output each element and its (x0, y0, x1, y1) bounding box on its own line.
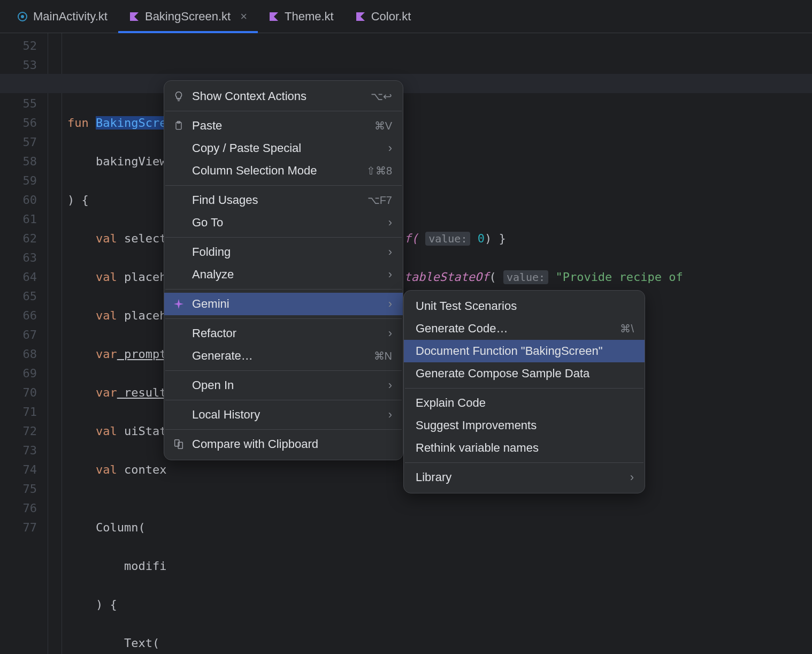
close-icon[interactable]: × (240, 11, 247, 22)
menu-item-paste[interactable]: Paste ⌘V (164, 115, 403, 137)
chevron-right-icon: › (388, 245, 392, 259)
kotlin-file-icon (269, 11, 279, 22)
menu-item-label: Generate… (192, 349, 253, 363)
chevron-right-icon: › (388, 408, 392, 422)
menu-item-label: Generate Compose Sample Data (416, 367, 589, 381)
gemini-submenu: Unit Test Scenarios Generate Code… ⌘\ Do… (403, 290, 645, 493)
code-line: ) { (67, 595, 683, 614)
code-line: Text( (67, 634, 683, 653)
menu-item-label: Gemini (192, 297, 229, 311)
menu-item-label: Generate Code… (416, 322, 508, 336)
menu-item-explain-code[interactable]: Explain Code (404, 392, 645, 414)
menu-item-shortcut: ⇧⌘8 (366, 164, 392, 177)
menu-item-label: Show Context Actions (192, 89, 307, 103)
chevron-right-icon: › (388, 378, 392, 392)
menu-item-label: Folding (192, 245, 231, 259)
code-line: modifi (67, 557, 683, 576)
menu-item-refactor[interactable]: Refactor › (164, 322, 403, 345)
context-menu: Show Context Actions ⌥↩ Paste ⌘V Copy / … (164, 80, 403, 460)
chevron-right-icon: › (388, 141, 392, 155)
current-line-highlight (0, 74, 812, 93)
tab-main-activity[interactable]: MainActivity.kt (6, 0, 118, 33)
menu-item-rethink-names[interactable]: Rethink variable names (404, 437, 645, 459)
menu-separator (165, 429, 402, 430)
menu-item-label: Copy / Paste Special (192, 141, 301, 155)
menu-item-label: Local History (192, 408, 260, 422)
menu-item-local-history[interactable]: Local History › (164, 404, 403, 426)
menu-item-document-function[interactable]: Document Function "BakingScreen" (404, 340, 645, 362)
tab-label: BakingScreen.kt (145, 10, 231, 24)
menu-item-gemini[interactable]: Gemini › (164, 293, 403, 315)
menu-item-label: Rethink variable names (416, 441, 539, 455)
menu-item-generate[interactable]: Generate… ⌘N (164, 345, 403, 367)
menu-item-label: Column Selection Mode (192, 164, 317, 178)
tab-baking-screen[interactable]: BakingScreen.kt × (118, 0, 258, 33)
menu-item-show-context-actions[interactable]: Show Context Actions ⌥↩ (164, 85, 403, 108)
menu-item-shortcut: ⌘\ (620, 322, 634, 335)
tab-color[interactable]: Color.kt (344, 0, 422, 33)
diff-icon (172, 438, 186, 450)
menu-item-label: Library (416, 470, 451, 484)
menu-item-label: Suggest Improvements (416, 419, 537, 432)
menu-item-column-selection[interactable]: Column Selection Mode ⇧⌘8 (164, 159, 403, 182)
menu-item-suggest-improvements[interactable]: Suggest Improvements (404, 414, 645, 437)
menu-separator (165, 237, 402, 238)
menu-separator (165, 111, 402, 111)
menu-item-label: Go To (192, 216, 223, 230)
menu-item-go-to[interactable]: Go To › (164, 211, 403, 234)
editor-tab-bar: MainActivity.kt BakingScreen.kt × Theme.… (0, 0, 812, 33)
menu-item-label: Analyze (192, 268, 234, 282)
menu-item-generate-code[interactable]: Generate Code… ⌘\ (404, 317, 645, 340)
line-number-gutter: 5253545556575859606162636465666768697071… (0, 33, 48, 654)
menu-separator (405, 388, 644, 389)
menu-separator (165, 318, 402, 319)
menu-item-label: Refactor (192, 326, 236, 340)
kotlin-file-icon (129, 11, 140, 22)
menu-item-label: Explain Code (416, 396, 486, 410)
menu-item-find-usages[interactable]: Find Usages ⌥F7 (164, 189, 403, 211)
menu-separator (165, 185, 402, 186)
kotlin-main-icon (17, 11, 28, 22)
menu-separator (405, 462, 644, 463)
menu-item-label: Paste (192, 119, 222, 133)
menu-item-generate-compose-data[interactable]: Generate Compose Sample Data (404, 362, 645, 385)
chevron-right-icon: › (388, 297, 392, 311)
gemini-sparkle-icon (172, 298, 186, 310)
menu-item-label: Unit Test Scenarios (416, 299, 517, 313)
menu-separator (165, 400, 402, 400)
tab-label: Theme.kt (285, 10, 334, 24)
menu-separator (165, 370, 402, 371)
tab-theme[interactable]: Theme.kt (258, 0, 344, 33)
chevron-right-icon: › (630, 470, 634, 484)
menu-item-unit-test[interactable]: Unit Test Scenarios (404, 295, 645, 317)
menu-item-library[interactable]: Library › (404, 466, 645, 489)
clipboard-icon (172, 120, 186, 131)
menu-item-folding[interactable]: Folding › (164, 241, 403, 263)
menu-item-shortcut: ⌘N (374, 349, 392, 362)
svg-point-1 (21, 15, 24, 18)
chevron-right-icon: › (388, 216, 392, 230)
menu-item-copy-paste-special[interactable]: Copy / Paste Special › (164, 137, 403, 159)
tab-label: Color.kt (371, 10, 411, 24)
menu-item-label: Compare with Clipboard (192, 437, 318, 451)
tab-label: MainActivity.kt (33, 10, 108, 24)
menu-item-label: Find Usages (192, 193, 258, 207)
menu-item-shortcut: ⌥F7 (367, 194, 392, 207)
chevron-right-icon: › (388, 326, 392, 340)
menu-item-compare-clipboard[interactable]: Compare with Clipboard (164, 433, 403, 455)
menu-item-label: Document Function "BakingScreen" (416, 344, 602, 358)
menu-item-shortcut: ⌘V (374, 119, 392, 132)
code-line: Column( (67, 518, 683, 537)
menu-item-open-in[interactable]: Open In › (164, 374, 403, 397)
kotlin-file-icon (355, 11, 366, 22)
bulb-icon (172, 90, 186, 102)
menu-item-shortcut: ⌥↩ (371, 90, 392, 103)
menu-item-label: Open In (192, 378, 234, 392)
chevron-right-icon: › (388, 268, 392, 282)
menu-separator (165, 289, 402, 290)
folding-column (48, 33, 62, 654)
menu-item-analyze[interactable]: Analyze › (164, 263, 403, 286)
